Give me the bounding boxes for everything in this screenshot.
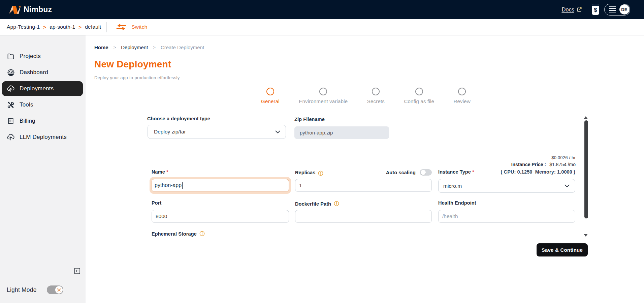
sidebar-item-label: Tools [20, 101, 33, 108]
billing-currency-icon[interactable]: $ [592, 4, 599, 15]
namespace-name[interactable]: default [85, 24, 101, 30]
hourly-price: $0.0026 / hr [511, 155, 576, 160]
replicas-label: Replicas [295, 170, 315, 175]
folder-icon [7, 52, 15, 60]
auto-scaling-group: Auto scaling [386, 169, 432, 176]
breadcrumb-separator: > [153, 45, 156, 50]
step-label: Config as file [404, 98, 434, 104]
breadcrumb-home[interactable]: Home [94, 44, 108, 50]
light-mode-label: Light Mode [7, 286, 37, 294]
header-divider [586, 6, 586, 13]
auto-scaling-label: Auto scaling [386, 170, 416, 175]
sidebar: Projects Dashboard [0, 35, 86, 303]
switch-project-button[interactable]: Switch [116, 24, 147, 30]
instance-specs: ( CPU: 0.1250 Memory: 1.0000 ) [501, 169, 576, 175]
dollar-symbol: $ [594, 7, 597, 13]
port-input[interactable] [152, 210, 289, 223]
page-title: New Deployment [94, 59, 171, 70]
name-label: Name* [152, 169, 168, 175]
deployment-type-label: Choose a deployment type [147, 116, 210, 121]
breadcrumb: Home > Deployment > Create Deployment [94, 44, 204, 50]
gauge-icon [7, 68, 15, 77]
stepper: General Environment variable Secrets Con… [87, 88, 644, 104]
replicas-input[interactable] [295, 179, 432, 192]
step-circle [266, 88, 274, 95]
auto-scaling-knob [421, 170, 426, 175]
avatar: DE [619, 4, 630, 14]
tools-icon [7, 101, 15, 109]
dockerfile-path-input[interactable] [295, 210, 432, 223]
app-window: Nimbuz Docs $ DE App-Testing-1 > [0, 0, 644, 303]
sidebar-item-dashboard[interactable]: Dashboard [2, 65, 83, 80]
step-label: General [261, 98, 280, 104]
topbar-right: Docs $ DE [561, 4, 630, 16]
step-circle [372, 88, 380, 95]
scrollbar-thumb[interactable] [584, 120, 588, 218]
account-menu-button[interactable]: DE [604, 4, 630, 16]
docs-link[interactable]: Docs [561, 6, 582, 13]
sidebar-item-projects[interactable]: Projects [2, 49, 83, 64]
sun-icon [57, 287, 61, 292]
sidebar-item-llm-deployments[interactable]: LLM Deployments [2, 130, 83, 145]
sidebar-item-label: Billing [20, 118, 35, 124]
step-circle [319, 88, 327, 95]
light-mode-row: Light Mode [7, 285, 63, 294]
brand-name: Nimbuz [24, 5, 52, 14]
project-breadcrumb-separator: > [78, 24, 82, 30]
sidebar-item-tools[interactable]: Tools [2, 97, 83, 112]
nimbuz-logo-icon [9, 5, 21, 14]
instance-type-value: micro.m [443, 183, 462, 189]
deployment-type-select[interactable]: Deploy zip/tar [148, 125, 286, 139]
docs-label: Docs [561, 6, 574, 13]
brand[interactable]: Nimbuz [9, 5, 52, 14]
monthly-price-row: Instance Price :$1.8754 /mo [511, 162, 576, 167]
step-environment-variable[interactable]: Environment variable [299, 88, 348, 104]
instance-type-label-row: Instance Type* ( CPU: 0.1250 Memory: 1.0… [438, 169, 575, 175]
scrollbar-up-arrow[interactable] [584, 116, 588, 119]
ephemeral-storage-label: Ephemeral Storage [152, 230, 205, 237]
page-subtitle: Deploy your app to production effortless… [94, 75, 180, 80]
sidebar-item-label: Deployments [20, 85, 54, 92]
project-name[interactable]: App-Testing-1 [7, 24, 40, 30]
health-endpoint-input[interactable] [438, 210, 575, 223]
breadcrumb-separator: > [114, 45, 116, 50]
sidebar-collapse-button[interactable] [74, 268, 80, 274]
replicas-info-icon[interactable] [318, 171, 323, 176]
deployment-type-value: Deploy zip/tar [154, 129, 186, 135]
zip-filename-input[interactable] [294, 126, 389, 139]
sidebar-item-label: Dashboard [20, 69, 48, 76]
cloud-upload-icon [7, 133, 15, 141]
ephemeral-storage-info-icon[interactable] [199, 231, 205, 236]
sidebar-item-billing[interactable]: Billing [2, 114, 83, 128]
instance-type-label: Instance Type* [438, 169, 474, 175]
step-secrets[interactable]: Secrets [367, 88, 385, 104]
monthly-price: $1.8754 /mo [549, 162, 576, 167]
collapse-sidebar-icon [74, 268, 80, 274]
name-input[interactable]: python-app [152, 179, 289, 192]
external-link-icon [577, 7, 582, 12]
step-review[interactable]: Review [454, 88, 471, 104]
scrollbar-down-arrow[interactable] [584, 234, 588, 237]
auto-scaling-toggle[interactable] [420, 169, 432, 176]
sidebar-nav: Projects Dashboard [0, 35, 86, 145]
name-field-focus-ring: python-app [150, 177, 291, 194]
switch-arrows-icon [116, 24, 126, 30]
step-label: Secrets [367, 98, 385, 104]
sidebar-item-deployments[interactable]: Deployments [2, 81, 83, 96]
step-circle [415, 88, 423, 95]
cloud-upload-icon [7, 85, 15, 93]
step-circle [458, 88, 466, 95]
dockerfile-info-icon[interactable] [334, 201, 339, 206]
breadcrumb-deployment[interactable]: Deployment [121, 44, 148, 50]
step-general[interactable]: General [261, 88, 280, 104]
instance-type-select[interactable]: micro.m [438, 179, 575, 193]
top-header: Nimbuz Docs $ DE [0, 0, 644, 19]
chevron-down-icon [275, 130, 280, 133]
step-config-as-file[interactable]: Config as file [404, 88, 434, 104]
sidebar-item-label: Projects [20, 53, 41, 60]
light-mode-toggle[interactable] [47, 285, 63, 294]
instance-price-label: Instance Price : [511, 162, 546, 167]
region-name[interactable]: ap-south-1 [50, 24, 75, 30]
pricing-block: $0.0026 / hr Instance Price :$1.8754 /mo [511, 155, 576, 167]
save-continue-button[interactable]: Save & Continue [537, 243, 588, 256]
